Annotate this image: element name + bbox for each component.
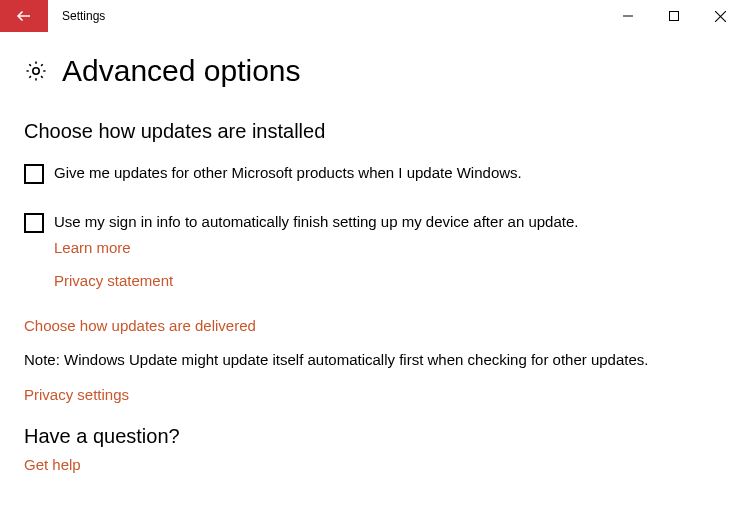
back-button[interactable]: [0, 0, 48, 32]
delivery-optimization-link[interactable]: Choose how updates are delivered: [24, 317, 719, 334]
maximize-button[interactable]: [651, 0, 697, 32]
get-help-link[interactable]: Get help: [24, 456, 81, 473]
option-block-2: Use my sign in info to automatically fin…: [24, 212, 719, 289]
app-title: Settings: [48, 0, 105, 32]
svg-point-5: [33, 68, 39, 74]
note-text: Note: Windows Update might update itself…: [24, 350, 719, 370]
learn-more-link[interactable]: Learn more: [54, 239, 131, 256]
privacy-settings-link[interactable]: Privacy settings: [24, 386, 719, 403]
have-a-question-heading: Have a question?: [24, 425, 719, 448]
close-button[interactable]: [697, 0, 743, 32]
checkbox-label-signin: Use my sign in info to automatically fin…: [54, 212, 578, 232]
arrow-left-icon: [15, 7, 33, 25]
close-icon: [715, 11, 726, 22]
gear-icon: [24, 59, 48, 83]
minimize-icon: [623, 11, 633, 21]
checkbox-label-other-products: Give me updates for other Microsoft prod…: [54, 163, 522, 183]
page-header: Advanced options: [24, 54, 719, 88]
checkbox-signin[interactable]: [24, 213, 44, 233]
titlebar-drag-area[interactable]: [105, 0, 605, 32]
titlebar: Settings: [0, 0, 743, 32]
checkbox-row-other-products[interactable]: Give me updates for other Microsoft prod…: [24, 163, 719, 184]
svg-rect-2: [670, 12, 679, 21]
page-title: Advanced options: [62, 54, 301, 88]
maximize-icon: [669, 11, 679, 21]
checkbox-row-signin[interactable]: Use my sign in info to automatically fin…: [24, 212, 719, 233]
checkbox-other-products[interactable]: [24, 164, 44, 184]
window-controls: [605, 0, 743, 32]
privacy-statement-link[interactable]: Privacy statement: [54, 272, 719, 289]
minimize-button[interactable]: [605, 0, 651, 32]
content-area: Advanced options Choose how updates are …: [0, 32, 743, 473]
section-heading: Choose how updates are installed: [24, 120, 719, 143]
option-block-1: Give me updates for other Microsoft prod…: [24, 163, 719, 184]
